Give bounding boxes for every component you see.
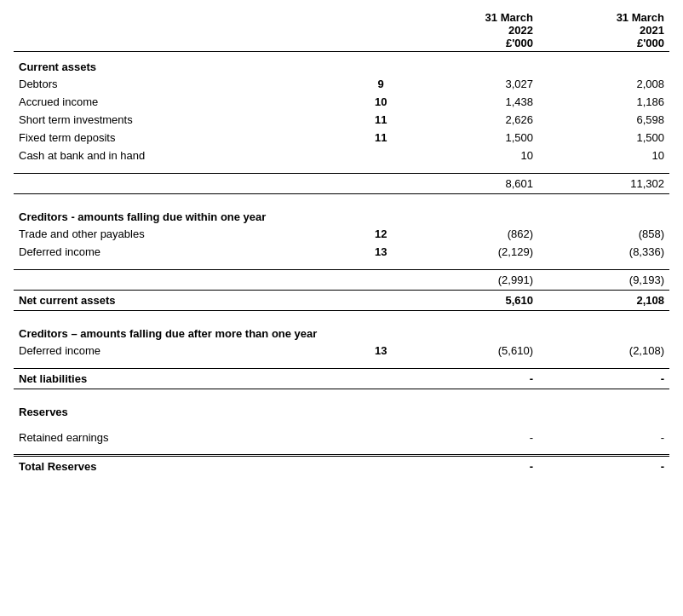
retained-earnings-name: Retained earnings	[14, 429, 354, 446]
fixed-term-deposits-name: Fixed term deposits	[14, 129, 354, 147]
current-assets-subtotal: 8,601 11,302	[14, 173, 669, 193]
header-2021-col: 31 March 2021 £'000	[538, 9, 669, 52]
net-liabilities-label: Net liabilities	[14, 368, 354, 389]
total-reserves-note	[354, 455, 407, 476]
table-header: 31 March 2022 £'000 31 March 2021 £'000	[14, 9, 669, 52]
reserves-label: Reserves	[14, 397, 669, 420]
cash-at-bank-2022: 10	[407, 147, 538, 164]
current-assets-subtotal-label	[14, 173, 354, 193]
header-2022-col: 31 March 2022 £'000	[407, 9, 538, 52]
short-term-investments-note: 11	[354, 111, 407, 129]
header-2022-line1: 31 March	[412, 11, 533, 24]
creditors-within-subtotal: (2,991) (9,193)	[14, 269, 669, 290]
current-assets-subtotal-2022: 8,601	[407, 173, 538, 193]
deferred-income-after-name: Deferred income	[14, 342, 354, 360]
short-term-investments-2021: 6,598	[538, 111, 669, 129]
total-reserves-2022: -	[407, 455, 538, 476]
spacer-4	[14, 310, 669, 319]
row-retained-earnings: Retained earnings - -	[14, 429, 669, 446]
cash-at-bank-2021: 10	[538, 147, 669, 164]
spacer-3	[14, 261, 669, 269]
deferred-income-within-name: Deferred income	[14, 243, 354, 261]
spacer-1	[14, 164, 669, 173]
net-current-assets-note	[354, 290, 407, 310]
fixed-term-deposits-2022: 1,500	[407, 129, 538, 147]
spacer-2	[14, 193, 669, 202]
deferred-income-within-2021: (8,336)	[538, 243, 669, 261]
debtors-note: 9	[354, 75, 407, 93]
creditors-within-subtotal-note	[354, 269, 407, 290]
header-2022-line2: 2022	[412, 24, 533, 37]
net-current-assets-label: Net current assets	[14, 290, 354, 310]
current-assets-label: Current assets	[14, 52, 669, 76]
row-debtors: Debtors 9 3,027 2,008	[14, 75, 669, 93]
deferred-income-within-2022: (2,129)	[407, 243, 538, 261]
row-deferred-income-within: Deferred income 13 (2,129) (8,336)	[14, 243, 669, 261]
net-liabilities-2022: -	[407, 368, 538, 389]
row-deferred-income-after: Deferred income 13 (5,610) (2,108)	[14, 342, 669, 360]
creditors-within-label: Creditors - amounts falling due within o…	[14, 202, 669, 225]
cash-at-bank-name: Cash at bank and in hand	[14, 147, 354, 164]
row-trade-payables: Trade and other payables 12 (862) (858)	[14, 225, 669, 243]
deferred-income-after-note: 13	[354, 342, 407, 360]
cash-at-bank-note	[354, 147, 407, 164]
net-current-assets-row: Net current assets 5,610 2,108	[14, 290, 669, 310]
net-liabilities-2021: -	[538, 368, 669, 389]
creditors-after-label: Creditors – amounts falling due after mo…	[14, 319, 669, 342]
fixed-term-deposits-2021: 1,500	[538, 129, 669, 147]
header-2021-line3: £'000	[543, 37, 664, 49]
deferred-income-after-2021: (2,108)	[538, 342, 669, 360]
net-liabilities-row: Net liabilities - -	[14, 368, 669, 389]
short-term-investments-name: Short term investments	[14, 111, 354, 129]
total-reserves-row: Total Reserves - -	[14, 455, 669, 476]
trade-payables-2022: (862)	[407, 225, 538, 243]
current-assets-subtotal-2021: 11,302	[538, 173, 669, 193]
debtors-name: Debtors	[14, 75, 354, 93]
trade-payables-note: 12	[354, 225, 407, 243]
accrued-income-2021: 1,186	[538, 93, 669, 111]
spacer-8	[14, 446, 669, 455]
row-cash-at-bank: Cash at bank and in hand 10 10	[14, 147, 669, 164]
section-creditors-within: Creditors - amounts falling due within o…	[14, 202, 669, 225]
trade-payables-name: Trade and other payables	[14, 225, 354, 243]
total-reserves-label: Total Reserves	[14, 455, 354, 476]
spacer-5	[14, 360, 669, 368]
row-short-term-investments: Short term investments 11 2,626 6,598	[14, 111, 669, 129]
accrued-income-note: 10	[354, 93, 407, 111]
spacer-7	[14, 420, 669, 429]
creditors-within-subtotal-2021: (9,193)	[538, 269, 669, 290]
retained-earnings-2022: -	[407, 429, 538, 446]
header-2022-line3: £'000	[412, 37, 533, 49]
header-label-col	[14, 9, 354, 52]
section-reserves: Reserves	[14, 397, 669, 420]
current-assets-subtotal-note	[354, 173, 407, 193]
total-reserves-2021: -	[538, 455, 669, 476]
fixed-term-deposits-note: 11	[354, 129, 407, 147]
row-fixed-term-deposits: Fixed term deposits 11 1,500 1,500	[14, 129, 669, 147]
debtors-2022: 3,027	[407, 75, 538, 93]
spacer-6	[14, 389, 669, 397]
debtors-2021: 2,008	[538, 75, 669, 93]
section-current-assets: Current assets	[14, 52, 669, 76]
header-2021-line2: 2021	[543, 24, 664, 37]
net-liabilities-note	[354, 368, 407, 389]
accrued-income-name: Accrued income	[14, 93, 354, 111]
creditors-within-subtotal-2022: (2,991)	[407, 269, 538, 290]
accrued-income-2022: 1,438	[407, 93, 538, 111]
short-term-investments-2022: 2,626	[407, 111, 538, 129]
header-note-col	[354, 9, 407, 52]
trade-payables-2021: (858)	[538, 225, 669, 243]
net-current-assets-2022: 5,610	[407, 290, 538, 310]
header-2021-line1: 31 March	[543, 11, 664, 24]
section-creditors-after: Creditors – amounts falling due after mo…	[14, 319, 669, 342]
deferred-income-after-2022: (5,610)	[407, 342, 538, 360]
retained-earnings-2021: -	[538, 429, 669, 446]
net-current-assets-2021: 2,108	[538, 290, 669, 310]
row-accrued-income: Accrued income 10 1,438 1,186	[14, 93, 669, 111]
retained-earnings-note	[354, 429, 407, 446]
creditors-within-subtotal-label	[14, 269, 354, 290]
deferred-income-within-note: 13	[354, 243, 407, 261]
